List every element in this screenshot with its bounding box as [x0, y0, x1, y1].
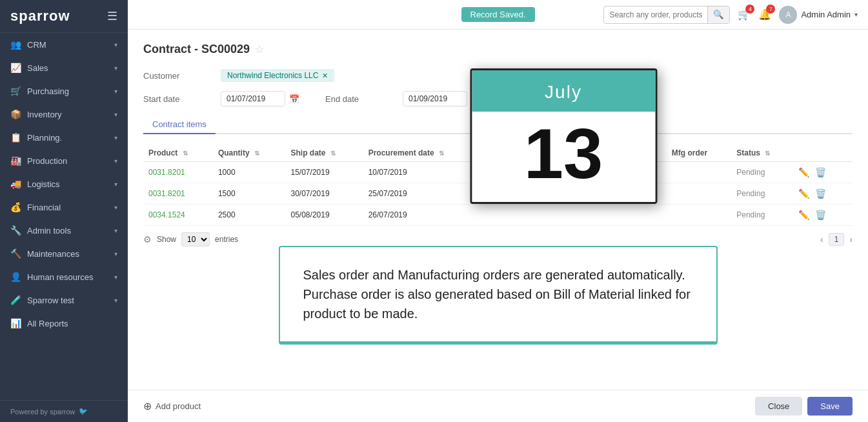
hr-icon: 👤	[10, 272, 21, 282]
sidebar-item-maintenances[interactable]: 🔨 Maintenances ▾	[0, 242, 128, 265]
sidebar-label-sales: Sales	[27, 63, 48, 73]
sidebar-item-human-resources[interactable]: 👤 Human resources ▾	[0, 265, 128, 288]
col-mfg-order[interactable]: Mfg order	[667, 145, 731, 162]
show-label: Show	[157, 235, 176, 244]
sidebar-label-production: Production	[27, 156, 67, 166]
delete-icon[interactable]: 🗑️	[815, 188, 826, 199]
end-date-input[interactable]	[403, 91, 467, 106]
purchase-order-cell	[572, 205, 666, 226]
avatar: A	[779, 6, 797, 24]
col-ship-date[interactable]: Ship date ⇅	[286, 145, 363, 162]
sidebar-item-production[interactable]: 🏭 Production ▾	[0, 149, 128, 172]
form-action-buttons: Close Save	[755, 397, 853, 416]
start-date-input[interactable]	[221, 91, 285, 106]
notifications-button[interactable]: 🔔 7	[758, 8, 771, 21]
tag-close-icon[interactable]: ✕	[322, 72, 328, 80]
chevron-down-icon: ▾	[114, 227, 117, 234]
sidebar-label-sparrow-test: Sparrow test	[27, 296, 74, 305]
menu-icon[interactable]: ☰	[107, 9, 117, 23]
gear-icon[interactable]: ⚙	[143, 234, 152, 245]
chevron-down-icon: ▾	[114, 297, 117, 304]
sort-icon: ⇅	[439, 150, 444, 157]
quantity-cell: 2500	[213, 205, 286, 226]
user-menu[interactable]: A Admin Admin ▾	[779, 6, 858, 24]
sparrow-test-icon: 🧪	[10, 295, 21, 305]
ship-date-cell: 05/08/2019	[286, 205, 363, 226]
customer-tag-text: Northwind Electronics LLC	[227, 71, 318, 80]
chevron-down-icon: ▾	[114, 88, 117, 95]
calendar-month: July	[472, 70, 655, 112]
sidebar-item-planning[interactable]: 📋 Planning. ▾	[0, 126, 128, 149]
sort-icon: ⇅	[765, 150, 770, 157]
page-title-row: Contract - SC00029 ☆	[143, 43, 853, 56]
bottom-bar: ⊕ Add product Close Save	[128, 390, 868, 422]
col-procurement-date[interactable]: Procurement date ⇅	[363, 145, 485, 162]
next-page-button[interactable]: ›	[849, 234, 853, 245]
status-cell: Pending	[731, 183, 793, 205]
sidebar-item-purchasing[interactable]: 🛒 Purchasing ▾	[0, 79, 128, 103]
pagination: ‹ 1 ›	[820, 233, 853, 246]
edit-icon[interactable]: ✏️	[798, 188, 809, 199]
sidebar-item-inventory[interactable]: 📦 Inventory ▾	[0, 103, 128, 126]
add-product-button[interactable]: ⊕ Add product	[143, 400, 201, 412]
cart-button[interactable]: 🛒 4	[738, 8, 751, 21]
status-cell: Pending	[731, 205, 793, 226]
col-product[interactable]: Product ⇅	[143, 145, 213, 162]
sort-icon: ⇅	[254, 150, 259, 157]
notif-badge: 7	[766, 5, 775, 14]
chevron-down-icon: ▾	[854, 11, 858, 18]
customer-tag: Northwind Electronics LLC ✕	[221, 69, 334, 82]
status-cell: Pending	[731, 162, 793, 183]
star-icon[interactable]: ☆	[255, 43, 264, 55]
start-date-value: 📅	[221, 91, 299, 106]
page-number[interactable]: 1	[829, 233, 845, 246]
col-status[interactable]: Status ⇅	[731, 145, 793, 162]
start-date-label: Start date	[143, 94, 195, 104]
production-icon: 🏭	[10, 156, 21, 166]
product-cell[interactable]: 0031.8201	[143, 162, 213, 183]
topbar-right: 🔍 🛒 4 🔔 7 A Admin Admin ▾	[603, 6, 858, 24]
sidebar-item-financial[interactable]: 💰 Financial ▾	[0, 196, 128, 219]
record-saved-badge: Record Saved.	[461, 7, 535, 22]
search-input[interactable]	[604, 10, 707, 19]
calendar-day: 13	[524, 118, 603, 189]
topbar: Record Saved. 🔍 🛒 4 🔔 7 A Admin Admin ▾	[128, 0, 868, 30]
sort-icon: ⇅	[183, 150, 188, 157]
sidebar-item-sparrow-test[interactable]: 🧪 Sparrow test ▾	[0, 288, 128, 312]
calendar-icon[interactable]: 📅	[289, 94, 299, 104]
prev-page-button[interactable]: ‹	[820, 234, 823, 245]
planning-icon: 📋	[10, 132, 21, 143]
sidebar-label-maintenances: Maintenances	[27, 249, 79, 259]
delete-icon[interactable]: 🗑️	[815, 167, 826, 177]
chevron-down-icon: ▾	[114, 274, 117, 281]
show-select[interactable]: 10	[181, 232, 210, 246]
sales-icon: 📈	[10, 63, 21, 73]
sort-icon: ⇅	[330, 150, 336, 157]
search-box[interactable]: 🔍	[603, 6, 730, 24]
search-button[interactable]: 🔍	[707, 6, 729, 24]
sidebar-item-all-reports[interactable]: 📊 All Reports	[0, 312, 128, 335]
edit-icon[interactable]: ✏️	[798, 167, 809, 177]
table-footer: ⚙ Show 10 entries ‹ 1 ›	[143, 232, 853, 246]
purchasing-icon: 🛒	[10, 86, 21, 96]
product-cell[interactable]: 0034.1524	[143, 205, 213, 226]
sidebar-item-logistics[interactable]: 🚚 Logistics ▾	[0, 172, 128, 196]
mfg-order-cell	[667, 205, 731, 226]
sidebar: sparrow ☰ 👥 CRM ▾ 📈 Sales ▾ 🛒 Purchasing…	[0, 0, 128, 422]
tab-contract-items[interactable]: Contract items	[143, 116, 216, 134]
sidebar-item-admin-tools[interactable]: 🔧 Admin tools ▾	[0, 219, 128, 242]
col-quantity[interactable]: Quantity ⇅	[213, 145, 286, 162]
inventory-icon: 📦	[10, 109, 21, 119]
user-name: Admin Admin	[801, 10, 851, 19]
save-button[interactable]: Save	[807, 397, 853, 416]
entries-label: entries	[215, 235, 238, 244]
sidebar-item-crm[interactable]: 👥 CRM ▾	[0, 33, 128, 56]
chevron-down-icon: ▾	[114, 157, 117, 165]
sidebar-item-sales[interactable]: 📈 Sales ▾	[0, 56, 128, 79]
logistics-icon: 🚚	[10, 179, 21, 189]
procurement-date-cell: 26/07/2019	[363, 205, 485, 226]
edit-icon[interactable]: ✏️	[798, 210, 809, 220]
delete-icon[interactable]: 🗑️	[815, 210, 826, 220]
close-button[interactable]: Close	[755, 397, 802, 416]
product-cell[interactable]: 0031.8201	[143, 183, 213, 205]
